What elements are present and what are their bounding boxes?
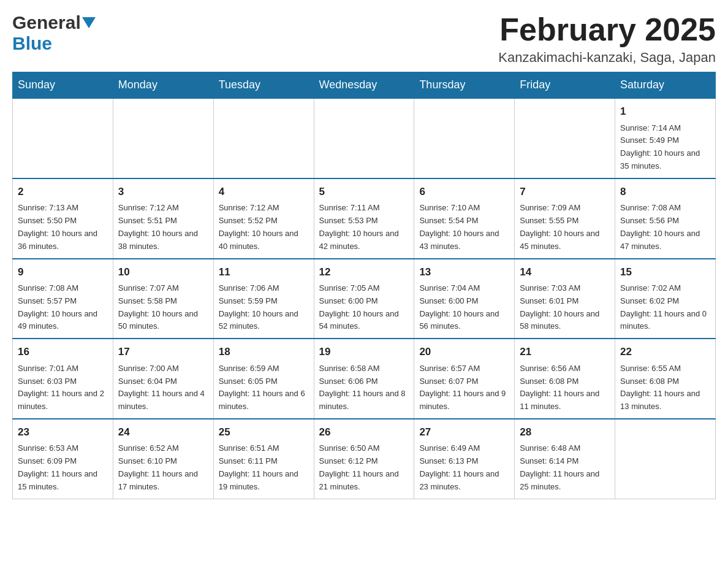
day-number: 5 (319, 184, 409, 200)
day-number: 3 (118, 184, 208, 200)
day-number: 4 (219, 184, 309, 200)
day-info: Sunrise: 7:05 AMSunset: 6:00 PMDaylight:… (319, 282, 409, 333)
day-number: 27 (419, 424, 509, 440)
day-info: Sunrise: 6:57 AMSunset: 6:07 PMDaylight:… (419, 362, 509, 413)
calendar-cell: 13Sunrise: 7:04 AMSunset: 6:00 PMDayligh… (414, 259, 515, 339)
calendar-cell: 16Sunrise: 7:01 AMSunset: 6:03 PMDayligh… (13, 339, 113, 419)
day-info: Sunrise: 7:08 AMSunset: 5:56 PMDaylight:… (620, 202, 710, 253)
month-title: February 2025 (498, 12, 716, 47)
svg-marker-0 (82, 17, 96, 28)
day-info: Sunrise: 6:51 AMSunset: 6:11 PMDaylight:… (219, 442, 309, 493)
calendar-week-row: 2Sunrise: 7:13 AMSunset: 5:50 PMDaylight… (13, 178, 716, 259)
day-number: 23 (18, 424, 108, 440)
day-number: 9 (18, 264, 108, 280)
calendar-cell: 6Sunrise: 7:10 AMSunset: 5:54 PMDaylight… (414, 178, 515, 259)
day-number: 20 (419, 344, 509, 360)
calendar-cell: 8Sunrise: 7:08 AMSunset: 5:56 PMDaylight… (615, 178, 716, 259)
calendar-cell: 17Sunrise: 7:00 AMSunset: 6:04 PMDayligh… (113, 339, 213, 419)
calendar-cell: 2Sunrise: 7:13 AMSunset: 5:50 PMDaylight… (13, 178, 113, 259)
day-info: Sunrise: 7:09 AMSunset: 5:55 PMDaylight:… (520, 202, 610, 253)
weekday-header-saturday: Saturday (615, 72, 716, 99)
day-number: 1 (620, 104, 710, 120)
day-info: Sunrise: 6:53 AMSunset: 6:09 PMDaylight:… (18, 442, 108, 493)
day-number: 19 (319, 344, 409, 360)
day-info: Sunrise: 7:12 AMSunset: 5:51 PMDaylight:… (118, 202, 208, 253)
calendar-cell: 9Sunrise: 7:08 AMSunset: 5:57 PMDaylight… (13, 259, 113, 339)
day-number: 6 (419, 184, 509, 200)
calendar-cell: 10Sunrise: 7:07 AMSunset: 5:58 PMDayligh… (113, 259, 213, 339)
calendar-cell (515, 98, 615, 178)
day-number: 11 (219, 264, 309, 280)
day-number: 2 (18, 184, 108, 200)
day-number: 24 (118, 424, 208, 440)
calendar-cell (13, 98, 113, 178)
weekday-header-thursday: Thursday (414, 72, 515, 99)
weekday-header-monday: Monday (113, 72, 213, 99)
day-info: Sunrise: 7:12 AMSunset: 5:52 PMDaylight:… (219, 202, 309, 253)
day-info: Sunrise: 6:50 AMSunset: 6:12 PMDaylight:… (319, 442, 409, 493)
logo: General Blue (12, 12, 96, 54)
day-number: 7 (520, 184, 610, 200)
day-number: 14 (520, 264, 610, 280)
location-subtitle: Kanzakimachi-kanzaki, Saga, Japan (498, 50, 716, 66)
day-number: 22 (620, 344, 710, 360)
day-number: 18 (219, 344, 309, 360)
calendar-cell: 26Sunrise: 6:50 AMSunset: 6:12 PMDayligh… (314, 419, 414, 499)
calendar-table: SundayMondayTuesdayWednesdayThursdayFrid… (12, 72, 716, 499)
weekday-header-tuesday: Tuesday (213, 72, 314, 99)
day-number: 13 (419, 264, 509, 280)
logo-blue-text: Blue (12, 33, 52, 53)
day-info: Sunrise: 7:02 AMSunset: 6:02 PMDaylight:… (620, 282, 710, 333)
calendar-cell: 27Sunrise: 6:49 AMSunset: 6:13 PMDayligh… (414, 419, 515, 499)
calendar-cell: 3Sunrise: 7:12 AMSunset: 5:51 PMDaylight… (113, 178, 213, 259)
day-number: 16 (18, 344, 108, 360)
calendar-cell: 4Sunrise: 7:12 AMSunset: 5:52 PMDaylight… (213, 178, 314, 259)
calendar-cell: 18Sunrise: 6:59 AMSunset: 6:05 PMDayligh… (213, 339, 314, 419)
calendar-cell: 25Sunrise: 6:51 AMSunset: 6:11 PMDayligh… (213, 419, 314, 499)
calendar-cell: 14Sunrise: 7:03 AMSunset: 6:01 PMDayligh… (515, 259, 615, 339)
weekday-header-wednesday: Wednesday (314, 72, 414, 99)
calendar-cell: 23Sunrise: 6:53 AMSunset: 6:09 PMDayligh… (13, 419, 113, 499)
day-info: Sunrise: 7:14 AMSunset: 5:49 PMDaylight:… (620, 122, 710, 173)
calendar-cell: 7Sunrise: 7:09 AMSunset: 5:55 PMDaylight… (515, 178, 615, 259)
calendar-cell (414, 98, 515, 178)
logo-general-text: General (12, 12, 81, 33)
weekday-header-friday: Friday (515, 72, 615, 99)
calendar-cell: 12Sunrise: 7:05 AMSunset: 6:00 PMDayligh… (314, 259, 414, 339)
calendar-cell: 15Sunrise: 7:02 AMSunset: 6:02 PMDayligh… (615, 259, 716, 339)
day-info: Sunrise: 7:00 AMSunset: 6:04 PMDaylight:… (118, 362, 208, 413)
day-number: 10 (118, 264, 208, 280)
day-info: Sunrise: 7:04 AMSunset: 6:00 PMDaylight:… (419, 282, 509, 333)
calendar-cell (615, 419, 716, 499)
day-info: Sunrise: 6:55 AMSunset: 6:08 PMDaylight:… (620, 362, 710, 413)
calendar-cell: 11Sunrise: 7:06 AMSunset: 5:59 PMDayligh… (213, 259, 314, 339)
calendar-cell: 19Sunrise: 6:58 AMSunset: 6:06 PMDayligh… (314, 339, 414, 419)
day-number: 21 (520, 344, 610, 360)
day-number: 15 (620, 264, 710, 280)
calendar-week-row: 1Sunrise: 7:14 AMSunset: 5:49 PMDaylight… (13, 98, 716, 178)
calendar-header-row: SundayMondayTuesdayWednesdayThursdayFrid… (13, 72, 716, 99)
day-info: Sunrise: 6:56 AMSunset: 6:08 PMDaylight:… (520, 362, 610, 413)
calendar-cell: 5Sunrise: 7:11 AMSunset: 5:53 PMDaylight… (314, 178, 414, 259)
calendar-cell: 1Sunrise: 7:14 AMSunset: 5:49 PMDaylight… (615, 98, 716, 178)
day-info: Sunrise: 6:48 AMSunset: 6:14 PMDaylight:… (520, 442, 610, 493)
day-number: 25 (219, 424, 309, 440)
day-info: Sunrise: 6:58 AMSunset: 6:06 PMDaylight:… (319, 362, 409, 413)
calendar-cell (213, 98, 314, 178)
day-number: 8 (620, 184, 710, 200)
day-info: Sunrise: 7:08 AMSunset: 5:57 PMDaylight:… (18, 282, 108, 333)
calendar-week-row: 9Sunrise: 7:08 AMSunset: 5:57 PMDaylight… (13, 259, 716, 339)
calendar-cell: 24Sunrise: 6:52 AMSunset: 6:10 PMDayligh… (113, 419, 213, 499)
day-info: Sunrise: 7:01 AMSunset: 6:03 PMDaylight:… (18, 362, 108, 413)
day-info: Sunrise: 6:49 AMSunset: 6:13 PMDaylight:… (419, 442, 509, 493)
calendar-cell: 21Sunrise: 6:56 AMSunset: 6:08 PMDayligh… (515, 339, 615, 419)
calendar-cell: 20Sunrise: 6:57 AMSunset: 6:07 PMDayligh… (414, 339, 515, 419)
day-info: Sunrise: 7:07 AMSunset: 5:58 PMDaylight:… (118, 282, 208, 333)
day-info: Sunrise: 6:59 AMSunset: 6:05 PMDaylight:… (219, 362, 309, 413)
weekday-header-sunday: Sunday (13, 72, 113, 99)
page-header: General Blue February 2025 Kanzakimachi-… (12, 12, 716, 66)
day-info: Sunrise: 6:52 AMSunset: 6:10 PMDaylight:… (118, 442, 208, 493)
calendar-cell (314, 98, 414, 178)
calendar-cell (113, 98, 213, 178)
calendar-cell: 22Sunrise: 6:55 AMSunset: 6:08 PMDayligh… (615, 339, 716, 419)
